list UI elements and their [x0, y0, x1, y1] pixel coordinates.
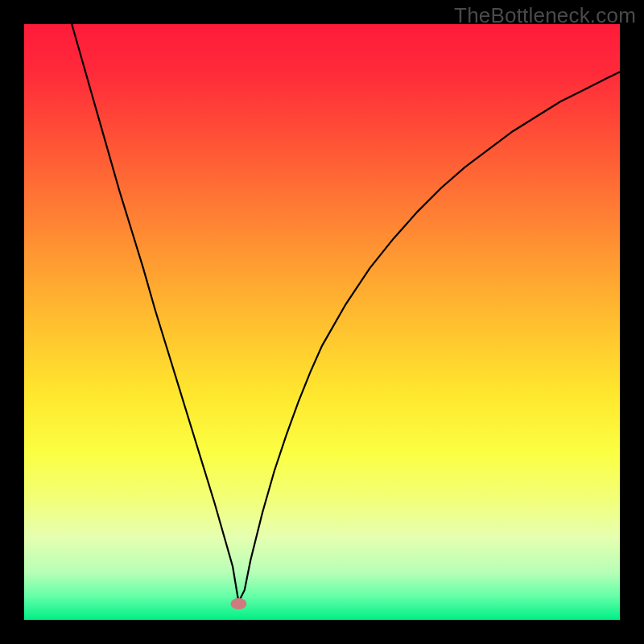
- watermark-text: TheBottleneck.com: [454, 3, 636, 28]
- gradient-background: [24, 24, 620, 620]
- plot-area: [24, 24, 620, 620]
- chart-frame: TheBottleneck.com: [0, 0, 644, 644]
- minimum-marker: [230, 598, 246, 609]
- plot-svg: [24, 24, 620, 620]
